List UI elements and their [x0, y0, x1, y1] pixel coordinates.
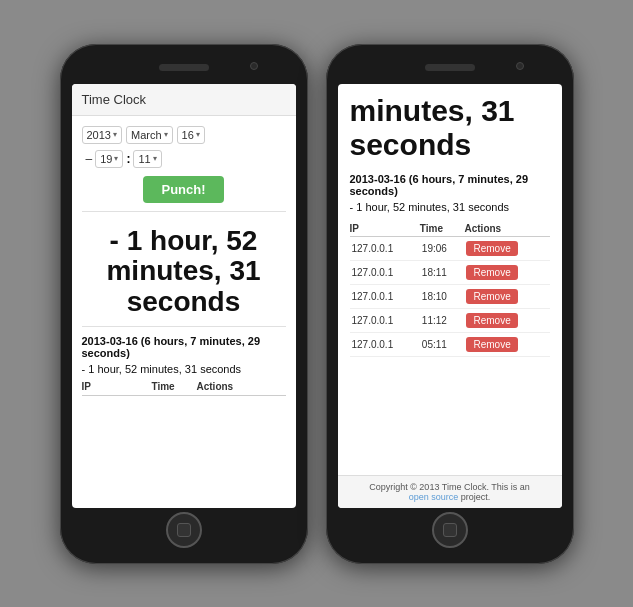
footer: Copyright © 2013 Time Clock. This is an …: [338, 475, 562, 508]
footer-text2: project.: [461, 492, 491, 502]
cell-ip: 127.0.0.1: [350, 236, 420, 260]
app-title: Time Clock: [72, 84, 296, 116]
time-row: – 19 ▾ : 11 ▾: [82, 150, 286, 168]
big-time-display: - 1 hour, 52 minutes, 31 seconds: [82, 218, 286, 327]
home-button-inner-1: [177, 523, 191, 537]
big-time-line3: seconds: [86, 287, 282, 318]
cell-actions: Remove: [464, 236, 549, 260]
punch-button[interactable]: Punch!: [143, 176, 223, 203]
screen1-body: 2013 ▾ March ▾ 16 ▾ – 19: [72, 116, 296, 508]
colon-separator: :: [126, 152, 130, 166]
cell-time: 18:10: [420, 284, 465, 308]
screen2-body: minutes, 31 seconds 2013-03-16 (6 hours,…: [338, 84, 562, 475]
cell-ip: 127.0.0.1: [350, 284, 420, 308]
divider: [82, 211, 286, 212]
phone-screen-2: minutes, 31 seconds 2013-03-16 (6 hours,…: [338, 84, 562, 508]
date-summary-2: 2013-03-16 (6 hours, 7 minutes, 29 secon…: [350, 173, 550, 197]
table-row: 127.0.0.1 18:11 Remove: [350, 260, 550, 284]
cell-time: 11:12: [420, 308, 465, 332]
th-time: Time: [152, 381, 197, 392]
table-header-1: IP Time Actions: [82, 381, 286, 396]
col-time: Time: [420, 221, 465, 237]
phone-bottom-1: [166, 508, 202, 552]
time-summary-1: - 1 hour, 52 minutes, 31 seconds: [82, 363, 286, 375]
footer-text1: Copyright © 2013 Time Clock. This is an: [369, 482, 530, 492]
phone-1: Time Clock 2013 ▾ March ▾ 16 ▾: [60, 44, 308, 564]
speaker-icon-2: [425, 64, 475, 71]
table-row: 127.0.0.1 11:12 Remove: [350, 308, 550, 332]
phone-2: minutes, 31 seconds 2013-03-16 (6 hours,…: [326, 44, 574, 564]
camera-icon: [250, 62, 258, 70]
big-time-line2: minutes, 31: [86, 256, 282, 287]
table-row: 127.0.0.1 18:10 Remove: [350, 284, 550, 308]
punch-table: IP Time Actions 127.0.0.1 19:06 Remove 1…: [350, 221, 550, 357]
screen2-big-title: minutes, 31 seconds: [350, 94, 550, 163]
cell-time: 19:06: [420, 236, 465, 260]
cell-actions: Remove: [464, 260, 549, 284]
th-actions: Actions: [197, 381, 286, 392]
remove-button[interactable]: Remove: [466, 265, 517, 280]
speaker-icon: [159, 64, 209, 71]
month-arrow-icon: ▾: [164, 130, 168, 139]
col-ip: IP: [350, 221, 420, 237]
cell-actions: Remove: [464, 308, 549, 332]
big-time-line1: - 1 hour, 52: [86, 226, 282, 257]
hour-select[interactable]: 19 ▾: [95, 150, 123, 168]
minute-select[interactable]: 11 ▾: [133, 150, 161, 168]
cell-time: 18:11: [420, 260, 465, 284]
time-summary-2: - 1 hour, 52 minutes, 31 seconds: [350, 201, 550, 213]
open-source-link[interactable]: open source: [409, 492, 459, 502]
year-arrow-icon: ▾: [113, 130, 117, 139]
phone-screen-1: Time Clock 2013 ▾ March ▾ 16 ▾: [72, 84, 296, 508]
table-row: 127.0.0.1 05:11 Remove: [350, 332, 550, 356]
day-select[interactable]: 16 ▾: [177, 126, 205, 144]
remove-button[interactable]: Remove: [466, 241, 517, 256]
cell-time: 05:11: [420, 332, 465, 356]
big-title-line1: minutes, 31: [350, 94, 550, 129]
minute-arrow-icon: ▾: [153, 154, 157, 163]
app-title-text: Time Clock: [82, 92, 147, 107]
day-arrow-icon: ▾: [196, 130, 200, 139]
cell-ip: 127.0.0.1: [350, 308, 420, 332]
date-summary-1: 2013-03-16 (6 hours, 7 minutes, 29 secon…: [82, 335, 286, 359]
phone-top-2: [338, 56, 562, 84]
cell-actions: Remove: [464, 284, 549, 308]
camera-icon-2: [516, 62, 524, 70]
home-button-inner-2: [443, 523, 457, 537]
time-dash: –: [86, 152, 93, 166]
phone-top-1: [72, 56, 296, 84]
table-row: 127.0.0.1 19:06 Remove: [350, 236, 550, 260]
month-select[interactable]: March ▾: [126, 126, 173, 144]
year-select[interactable]: 2013 ▾: [82, 126, 122, 144]
th-ip: IP: [82, 381, 152, 392]
big-title-line2: seconds: [350, 128, 550, 163]
remove-button[interactable]: Remove: [466, 289, 517, 304]
cell-ip: 127.0.0.1: [350, 260, 420, 284]
phone-bottom-2: [432, 508, 468, 552]
col-actions: Actions: [464, 221, 549, 237]
cell-actions: Remove: [464, 332, 549, 356]
remove-button[interactable]: Remove: [466, 337, 517, 352]
remove-button[interactable]: Remove: [466, 313, 517, 328]
phones-container: Time Clock 2013 ▾ March ▾ 16 ▾: [60, 44, 574, 564]
date-row: 2013 ▾ March ▾ 16 ▾: [82, 126, 286, 144]
home-button-2[interactable]: [432, 512, 468, 548]
home-button-1[interactable]: [166, 512, 202, 548]
cell-ip: 127.0.0.1: [350, 332, 420, 356]
hour-arrow-icon: ▾: [114, 154, 118, 163]
